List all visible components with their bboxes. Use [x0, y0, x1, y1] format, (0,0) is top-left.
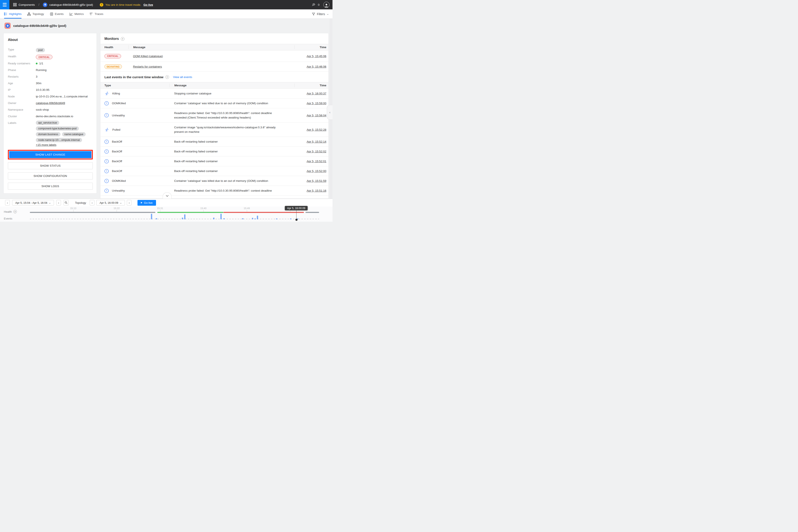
alert-icon: !: [104, 149, 109, 154]
breadcrumb-entity[interactable]: catalogue-69b58cb649-gjl5v (pod): [49, 3, 93, 6]
health-segment: [30, 212, 155, 213]
tab-events[interactable]: Events: [50, 10, 63, 19]
show-logs-button[interactable]: SHOW LOGS: [8, 183, 93, 190]
go-live-label: Go live: [144, 201, 152, 204]
range-next-button[interactable]: ›: [56, 200, 61, 206]
event-time-link[interactable]: Apr 5, 15:52:28: [307, 128, 326, 131]
event-message: Readiness probe failed: Get "http://10.0…: [174, 111, 283, 120]
topology-icon: [27, 12, 31, 16]
show-configuration-button[interactable]: SHOW CONFIGURATION: [8, 172, 93, 179]
events-label-text: Events: [4, 217, 12, 220]
event-message: Container 'catalogue' was killed due to …: [174, 101, 268, 106]
topology-time-dropdown[interactable]: Apr 5, 16:00:09 ⌄: [96, 200, 125, 206]
playhead-handle[interactable]: [296, 219, 298, 221]
time-range-dropdown[interactable]: Apr 5, 15:04 - Apr 5, 16:04 ⌄: [12, 200, 54, 206]
node-value: ip-10-0-21-204.eu-w...1.compute.internal: [36, 94, 88, 98]
monitor-time-link[interactable]: Apr 5, 15:46:06: [307, 65, 326, 68]
event-bar: [257, 216, 258, 219]
event-time-link[interactable]: Apr 5, 15:52:14: [307, 140, 326, 143]
event-time-link[interactable]: Apr 5, 15:51:59: [307, 179, 326, 183]
tab-traces[interactable]: Traces: [90, 10, 103, 19]
about-card: About Type pod Health CRITICAL Ready con…: [3, 33, 97, 193]
event-bar: [252, 218, 253, 219]
pod-shield-icon: [43, 3, 47, 7]
timeline-tick: [247, 210, 247, 212]
event-time-link[interactable]: Apr 5, 15:59:00: [307, 102, 326, 105]
event-row: !BackOffBack-off restarting failed conta…: [100, 166, 328, 176]
about-row-phase: Phase Running: [8, 68, 93, 73]
breadcrumb-components[interactable]: Components: [19, 3, 35, 6]
event-type: BackOff: [112, 160, 122, 163]
filters-button[interactable]: Filters ⌄: [312, 10, 329, 19]
view-all-events-link[interactable]: View all events: [173, 75, 192, 79]
event-type: BackOff: [112, 150, 122, 153]
page-title: catalogue-69b58cb649-gjl5v (pod): [13, 24, 66, 28]
ip-label: IP: [8, 88, 36, 92]
play-icon: [141, 202, 142, 204]
monitors-help-icon[interactable]: ?: [121, 37, 125, 41]
events-help-icon[interactable]: ?: [165, 75, 169, 79]
age-label: Age: [8, 81, 36, 85]
alert-icon: !: [104, 159, 109, 164]
monitor-message-link[interactable]: Restarts for containers: [133, 65, 162, 68]
more-labels-link[interactable]: +15 more labels: [36, 143, 56, 147]
topology-time-next-button[interactable]: ›: [127, 200, 132, 206]
event-bar: [276, 218, 277, 219]
about-row-cluster: Cluster demo-dev.demo.stackstate.io: [8, 114, 93, 119]
timeline-track[interactable]: Apr 5, 16:00:09 15:1315:2215:3115:4015:4…: [30, 206, 319, 222]
event-type: BackOff: [112, 140, 122, 143]
alert-icon: !: [104, 101, 109, 106]
tab-topology-label: Topology: [32, 12, 44, 16]
label-pill: api_service:true: [36, 121, 59, 125]
labels-label: Labels: [8, 121, 36, 125]
tab-topology[interactable]: Topology: [27, 10, 44, 19]
runner-icon: [104, 91, 109, 96]
chevron-left-icon: ‹: [329, 111, 330, 114]
hamburger-menu-button[interactable]: [0, 0, 10, 10]
tab-metrics[interactable]: Metrics: [70, 10, 84, 19]
event-time-link[interactable]: Apr 5, 15:56:04: [307, 114, 326, 117]
type-pill: pod: [36, 48, 45, 52]
event-message: Container 'catalogue' was killed due to …: [174, 178, 268, 183]
collapse-panel-tab[interactable]: ‹: [327, 105, 332, 120]
event-bar: [182, 217, 183, 219]
time-toolbar: ‹ Apr 5, 15:04 - Apr 5, 16:04 ⌄ › Topolo…: [0, 198, 332, 207]
go-live-link[interactable]: Go live: [144, 3, 153, 6]
timeline-tick-label: 15:49: [244, 207, 250, 210]
breadcrumb-separator: /: [39, 3, 39, 6]
event-time-link[interactable]: Apr 5, 15:51:16: [307, 189, 326, 192]
show-last-change-highlight-box: SHOW LAST CHANGE: [8, 150, 93, 159]
topology-time-prev-button[interactable]: ‹: [90, 200, 94, 206]
timeline-playhead[interactable]: [296, 210, 297, 220]
show-status-button[interactable]: SHOW STATUS: [8, 162, 93, 169]
event-time-link[interactable]: Apr 5, 15:52:02: [307, 150, 326, 153]
show-last-change-button[interactable]: SHOW LAST CHANGE: [9, 151, 92, 158]
tab-events-label: Events: [55, 12, 63, 16]
tab-highlights[interactable]: Highlights: [4, 10, 21, 19]
highlights-icon: [4, 12, 7, 16]
event-row: !OOMKilledContainer 'catalogue' was kill…: [100, 98, 328, 108]
health-help-icon[interactable]: ?: [14, 210, 17, 213]
event-time-link[interactable]: Apr 5, 16:00:37: [307, 92, 326, 95]
expand-events-tab[interactable]: [163, 192, 172, 199]
range-prev-button[interactable]: ‹: [5, 200, 10, 206]
monitor-message-link[interactable]: OOM Killed (catalogue): [133, 55, 163, 58]
zoom-out-button[interactable]: [63, 200, 69, 206]
pin-icon[interactable]: [311, 3, 316, 7]
events-header: Last events in the current time window ?…: [100, 72, 328, 79]
user-avatar[interactable]: [323, 2, 329, 8]
monitor-time-link[interactable]: Apr 5, 15:45:06: [307, 55, 326, 58]
timeline-tick: [203, 210, 204, 212]
event-time-link[interactable]: Apr 5, 15:52:00: [307, 169, 326, 173]
event-time-link[interactable]: Apr 5, 15:52:01: [307, 160, 326, 163]
about-row-node: Node ip-10-0-21-204.eu-w...1.compute.int…: [8, 94, 93, 99]
node-label: Node: [8, 94, 36, 98]
col-type: Type: [100, 84, 169, 87]
owner-link[interactable]: catalogue-69b58cb649: [36, 101, 65, 104]
top-bar: Components / catalogue-69b58cb649-gjl5v …: [0, 0, 332, 10]
go-live-button[interactable]: Go live: [137, 200, 156, 206]
components-grid-icon: [13, 3, 17, 6]
about-row-restarts: Restarts 3: [8, 74, 93, 79]
event-bar: [223, 218, 225, 219]
event-row: !UnhealthyReadiness probe failed: Get "h…: [100, 186, 328, 196]
